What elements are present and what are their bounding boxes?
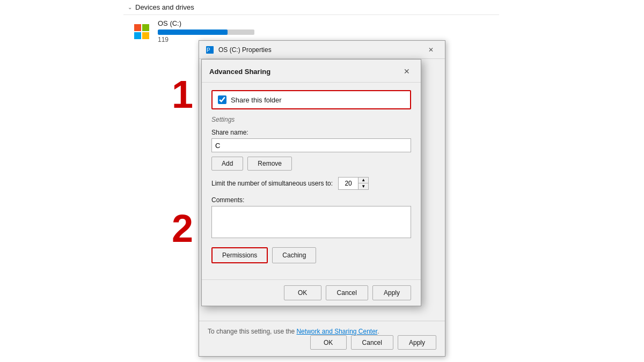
- simultaneous-input[interactable]: [339, 178, 358, 189]
- dialog-footer: OK Cancel Apply: [202, 279, 421, 306]
- window-controls: ✕: [423, 45, 438, 55]
- dialog-body: Share this folder Settings Share name: A…: [202, 83, 421, 279]
- simultaneous-row: Limit the number of simultaneous users t…: [211, 177, 411, 190]
- os-properties-title-text: OS (C:) Properties: [218, 46, 272, 54]
- os-properties-titlebar: P OS (C:) Properties ✕: [199, 41, 445, 59]
- chevron-down-icon: ⌄: [128, 4, 132, 10]
- drive-bar-container: [158, 29, 254, 35]
- drive-icon: [132, 22, 151, 41]
- share-name-label: Share name:: [211, 129, 411, 136]
- add-button[interactable]: Add: [211, 157, 243, 171]
- spinner-up-button[interactable]: ▲: [358, 178, 368, 183]
- svg-rect-2: [134, 32, 141, 39]
- permissions-button[interactable]: Permissions: [211, 247, 268, 263]
- os-properties-close-button[interactable]: ✕: [423, 45, 438, 55]
- drive-bar-fill: [158, 29, 228, 35]
- caching-button[interactable]: Caching: [272, 247, 316, 263]
- permissions-caching-row: Permissions Caching: [211, 247, 411, 263]
- properties-icon: P: [206, 46, 214, 54]
- dialog-close-button[interactable]: ✕: [400, 65, 413, 78]
- annotation-2: 2: [172, 209, 193, 248]
- svg-text:P: P: [207, 47, 210, 53]
- comments-label: Comments:: [211, 196, 411, 204]
- advanced-sharing-dialog: Advanced Sharing ✕ Share this folder Set…: [201, 59, 421, 306]
- apply-button[interactable]: Apply: [372, 285, 411, 300]
- os-properties-title: P OS (C:) Properties: [206, 46, 272, 54]
- share-folder-label: Share this folder: [231, 96, 282, 104]
- os-apply-button[interactable]: Apply: [398, 335, 436, 350]
- share-folder-checkbox[interactable]: [218, 95, 226, 104]
- dialog-titlebar: Advanced Sharing ✕: [202, 60, 421, 83]
- os-footer-buttons: OK Cancel Apply: [208, 335, 436, 350]
- simultaneous-label: Limit the number of simultaneous users t…: [211, 180, 333, 187]
- spinner-down-button[interactable]: ▼: [358, 183, 368, 189]
- annotation-1: 1: [172, 75, 193, 114]
- spinner-buttons: ▲ ▼: [358, 178, 368, 189]
- dialog-title: Advanced Sharing: [209, 68, 270, 76]
- network-sharing-note: To change this setting, use the Network …: [208, 328, 436, 335]
- drive-name: OS (C:): [158, 19, 491, 27]
- svg-rect-3: [142, 32, 149, 39]
- simultaneous-spinner: ▲ ▼: [338, 177, 369, 190]
- settings-label: Settings: [211, 116, 411, 123]
- add-remove-row: Add Remove: [211, 157, 411, 171]
- comments-textarea[interactable]: [211, 206, 411, 238]
- share-name-input[interactable]: [211, 138, 411, 152]
- ok-button[interactable]: OK: [284, 285, 321, 300]
- remove-button[interactable]: Remove: [247, 157, 292, 171]
- os-cancel-button[interactable]: Cancel: [351, 335, 393, 350]
- os-ok-button[interactable]: OK: [310, 335, 347, 350]
- cancel-button[interactable]: Cancel: [326, 285, 368, 300]
- devices-drives-header: ⌄ Devices and drives: [123, 0, 499, 15]
- svg-rect-0: [134, 24, 141, 31]
- svg-rect-1: [142, 24, 149, 31]
- share-folder-row: Share this folder: [211, 90, 411, 109]
- windows-logo-icon: [133, 23, 150, 40]
- devices-drives-label: Devices and drives: [135, 3, 194, 11]
- network-sharing-center-link[interactable]: Network and Sharing Center: [296, 328, 377, 335]
